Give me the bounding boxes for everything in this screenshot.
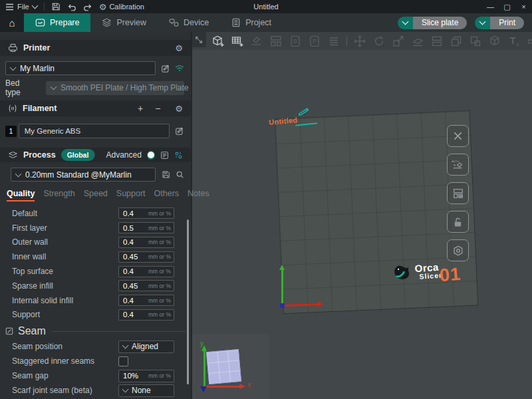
printer-preset-select[interactable]: My Marlin (5, 61, 156, 75)
viewport-3d[interactable]: 0 P (191, 32, 532, 399)
calibration-label: Calibration (109, 3, 144, 11)
printer-preset-value: My Marlin (20, 64, 55, 73)
tab-device[interactable]: Device (158, 13, 220, 32)
plate-thumbnail[interactable]: y x (191, 334, 269, 399)
rename-plate-pencil-icon[interactable] (296, 104, 310, 118)
param-input[interactable]: 0.45 mm or % (118, 280, 174, 291)
tab-notes[interactable]: Notes (188, 189, 209, 201)
orca-slicer-logo: Orca Slicer (392, 261, 442, 283)
add-plate-button[interactable] (231, 35, 244, 48)
scope-objects-button[interactable]: Objects (94, 151, 95, 159)
sidebar: Printer ⚙ My Marlin Bed type Smooth PE (0, 32, 192, 399)
viewport-toolbar: 0 P (211, 34, 532, 49)
param-input[interactable]: 0.4 mm or % (118, 237, 174, 248)
seam-rows: Seam position Aligned Staggered inner se… (0, 339, 191, 398)
lay-on-face-icon[interactable] (411, 35, 424, 48)
tab-preview[interactable]: Preview (90, 13, 157, 32)
remove-filament-button[interactable]: − (155, 103, 160, 114)
measure-icon[interactable] (527, 35, 532, 48)
add-model-button[interactable] (211, 35, 225, 48)
search-presets-icon[interactable] (176, 170, 184, 179)
auto-orient-icon[interactable] (250, 35, 263, 48)
minimize-button[interactable]: — (482, 0, 499, 13)
tab-quality[interactable]: Quality (7, 189, 35, 201)
tab-others[interactable]: Others (154, 189, 180, 201)
seam-gap-input[interactable]: 10% mm or % (118, 370, 174, 382)
sidebar-scrollbar[interactable] (187, 219, 189, 384)
collapse-sidebar-button[interactable] (191, 32, 206, 47)
save-preset-icon[interactable] (162, 170, 170, 179)
filament-settings-gear-icon[interactable]: ⚙ (175, 104, 183, 113)
advanced-toggle[interactable] (147, 151, 155, 160)
move-icon[interactable] (353, 35, 366, 48)
split-to-objects-icon[interactable] (430, 35, 444, 48)
filament-spool-icon (8, 104, 17, 113)
close-button[interactable]: × (515, 0, 532, 13)
svg-text:a: a (517, 42, 519, 47)
seam-position-select[interactable]: Aligned (118, 340, 174, 353)
arrange-icon[interactable] (269, 35, 283, 48)
mesh-boolean-icon[interactable] (469, 35, 482, 48)
clone-icon[interactable] (450, 35, 463, 48)
param-input[interactable]: 0.5 mm or % (118, 222, 174, 233)
svg-text:AUTO: AUTO (452, 160, 459, 163)
variable-layer-height-icon[interactable] (488, 35, 501, 48)
copy-icon[interactable]: 0 (289, 35, 302, 48)
param-input[interactable]: 0.4 mm or % (118, 266, 174, 277)
seam-gap-value: 10% (119, 372, 148, 380)
param-input[interactable]: 0.4 mm or % (118, 309, 174, 321)
rotate-icon[interactable] (372, 35, 386, 48)
scale-icon[interactable] (392, 35, 405, 48)
staggered-seams-checkbox[interactable] (118, 356, 128, 366)
param-input[interactable]: 0.45 mm or % (118, 251, 174, 263)
auto-orient-button[interactable]: AUTO (447, 154, 469, 176)
home-button[interactable]: ⌂ (0, 13, 24, 32)
save-button[interactable] (51, 2, 61, 11)
filament-section-title: Filament (23, 104, 57, 113)
wifi-connection-icon[interactable] (175, 65, 184, 72)
param-value: 0.4 (119, 267, 148, 275)
tab-project[interactable]: Project (220, 13, 283, 32)
paste-icon[interactable]: P (308, 35, 321, 48)
text-tool-icon[interactable]: T a (507, 35, 521, 48)
param-label: Support (12, 310, 118, 319)
file-menu-button[interactable]: File (5, 3, 37, 11)
edit-printer-icon[interactable] (161, 64, 170, 73)
undo-button[interactable] (67, 3, 76, 11)
print-button[interactable]: Print (490, 17, 524, 29)
parameter-list-icon[interactable] (160, 151, 169, 160)
tab-support[interactable]: Support (116, 189, 146, 201)
staggered-seams-label: Staggered inner seams (12, 356, 118, 366)
tab-prepare[interactable]: Prepare (24, 13, 90, 32)
tab-strength[interactable]: Strength (43, 189, 74, 201)
arrange-plate-button[interactable] (447, 182, 469, 204)
filament-preset-field[interactable]: My Generic ABS (19, 124, 170, 138)
process-preset-select[interactable]: 0.20mm Standard @MyMarlin (11, 168, 156, 182)
scarf-joint-value: None (132, 386, 151, 395)
layers-icon[interactable] (327, 35, 340, 48)
compare-presets-icon[interactable] (174, 151, 183, 160)
slice-plate-button[interactable]: Slice plate (413, 17, 467, 29)
edit-filament-icon[interactable] (175, 126, 184, 136)
param-input[interactable]: 0.4 mm or % (118, 207, 174, 219)
add-filament-button[interactable]: + (138, 103, 143, 114)
param-unit: mm or % (148, 225, 174, 231)
seam-position-label: Seam position (12, 342, 118, 351)
printer-settings-gear-icon[interactable]: ⚙ (175, 44, 183, 53)
delete-all-button[interactable] (447, 125, 469, 147)
tab-speed[interactable]: Speed (84, 189, 108, 201)
prepare-icon (35, 18, 45, 27)
redo-button[interactable] (83, 3, 92, 11)
print-options-dropdown[interactable] (475, 17, 490, 29)
tab-project-label: Project (245, 18, 271, 27)
scarf-joint-select[interactable]: None (118, 384, 174, 397)
bed-type-select[interactable]: Smooth PEI Plate / High Temp Plate (46, 81, 184, 95)
scope-global-button[interactable]: Global (61, 149, 95, 161)
slice-options-dropdown[interactable] (398, 17, 413, 29)
maximize-button[interactable]: ▢ (499, 0, 515, 13)
param-input[interactable]: 0.4 mm or % (118, 295, 174, 306)
lock-plate-button[interactable] (447, 211, 469, 233)
calibration-button[interactable]: ⚙ Calibration (99, 3, 144, 11)
plate-settings-button[interactable] (447, 239, 469, 261)
file-menu-label: File (17, 3, 29, 11)
